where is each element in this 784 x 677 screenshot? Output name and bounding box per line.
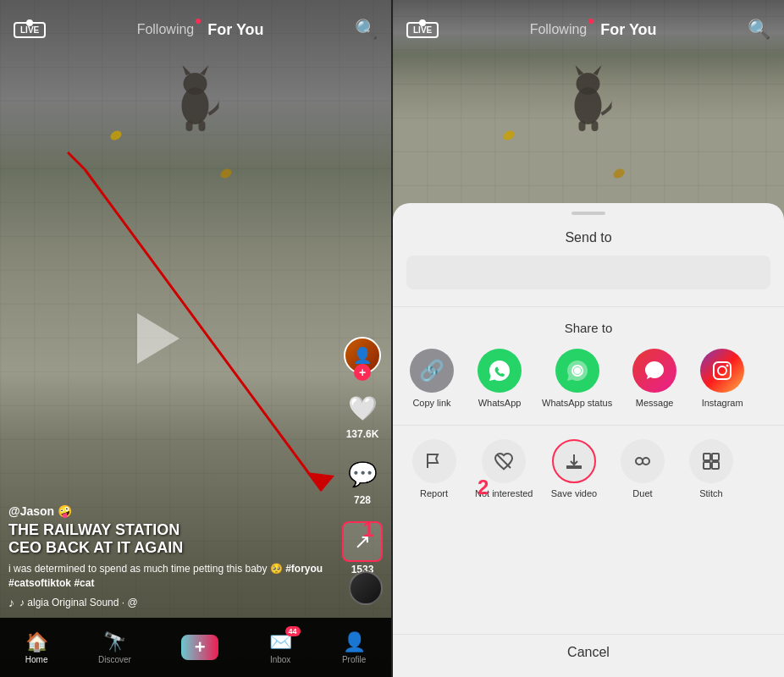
top-nav-left: LIVE Following For You 🔍 [0, 0, 391, 59]
search-icon-left[interactable]: 🔍 [355, 19, 378, 41]
svg-point-19 [726, 365, 729, 367]
svg-rect-25 [712, 454, 719, 460]
svg-point-23 [643, 458, 649, 465]
following-tab-left[interactable]: Following [137, 22, 195, 37]
cat-silhouette-right [566, 47, 612, 131]
home-label: Home [25, 655, 48, 664]
svg-rect-24 [704, 454, 710, 460]
username: @Jason 🤪 [8, 504, 340, 518]
action-report[interactable]: Report [406, 439, 461, 498]
copy-link-icon: 🔗 [410, 349, 454, 393]
whatsapp-icon [478, 349, 522, 393]
creator-avatar[interactable]: 👤 + [344, 337, 381, 374]
stitch-icon [689, 439, 733, 483]
action-duet[interactable]: Duet [615, 439, 670, 498]
following-dot-right [588, 19, 594, 24]
inbox-badge-count: 44 [285, 626, 301, 636]
bottom-sheet: Send to Share to 🔗 Copy link Whats [393, 203, 784, 677]
contact-search-area[interactable] [406, 256, 770, 289]
home-icon: 🏠 [25, 631, 48, 653]
like-button[interactable]: 🤍 137.6K [344, 389, 381, 440]
nav-discover[interactable]: 🔭 Discover [98, 631, 131, 664]
search-icon-right[interactable]: 🔍 [748, 19, 770, 41]
svg-rect-27 [712, 462, 719, 469]
profile-label: Profile [342, 655, 366, 664]
share-app-whatsapp-status[interactable]: WhatsApp status [542, 349, 612, 408]
share-app-whatsapp[interactable]: WhatsApp [474, 349, 525, 408]
create-plus-button[interactable]: + [181, 635, 218, 660]
profile-icon: 👤 [343, 631, 366, 653]
share-apps-row: 🔗 Copy link WhatsApp [406, 349, 770, 411]
share-app-copy-link[interactable]: 🔗 Copy link [406, 349, 457, 408]
comment-button[interactable]: 💬 728 [344, 455, 381, 506]
nav-tabs-left: Following For You [137, 21, 264, 39]
message-icon [632, 349, 676, 393]
nav-home[interactable]: 🏠 Home [25, 631, 48, 664]
svg-rect-4 [186, 121, 193, 131]
svg-point-10 [577, 73, 600, 95]
nav-profile[interactable]: 👤 Profile [342, 631, 366, 664]
svg-rect-13 [579, 121, 586, 131]
nav-tabs-right: Following For You [530, 21, 657, 39]
number-1-label: 1 [363, 518, 374, 542]
left-panel: LIVE Following For You 🔍 👤 + 🤍 137.6K 💬 … [0, 0, 391, 677]
svg-marker-2 [183, 65, 191, 75]
svg-rect-5 [199, 121, 206, 131]
play-button[interactable] [137, 313, 179, 364]
music-disk [349, 571, 383, 605]
whatsapp-label: WhatsApp [478, 398, 522, 408]
top-nav-right: LIVE Following For You 🔍 [393, 0, 784, 59]
inbox-label: Inbox [270, 655, 290, 664]
share-to-section: Share to 🔗 Copy link WhatsApp [393, 307, 784, 426]
cancel-button[interactable]: Cancel [567, 645, 610, 659]
nav-create[interactable]: + [181, 635, 218, 660]
live-badge-right: LIVE [406, 22, 439, 38]
svg-point-16 [574, 367, 581, 374]
follow-button[interactable]: + [354, 364, 371, 381]
comment-count: 728 [354, 494, 371, 506]
number-2-label: 2 [478, 476, 489, 499]
like-count: 137.6K [346, 428, 379, 440]
svg-rect-14 [592, 121, 599, 131]
send-to-title: Send to [406, 230, 770, 245]
discover-icon: 🔭 [103, 631, 126, 653]
report-icon [412, 439, 456, 483]
action-stitch[interactable]: Stitch [683, 439, 738, 498]
video-title: THE RAILWAY STATIONCEO BACK AT IT AGAIN [8, 521, 340, 557]
svg-rect-26 [704, 462, 710, 469]
bottom-nav: 🏠 Home 🔭 Discover + ✉️ 44 Inbox 👤 Profil… [0, 618, 391, 677]
svg-point-22 [636, 458, 643, 465]
send-to-section: Send to [393, 222, 784, 307]
share-to-title: Share to [406, 321, 770, 335]
share-app-instagram[interactable]: Instagram [697, 349, 748, 408]
duet-icon [621, 439, 665, 483]
for-you-tab-left[interactable]: For You [207, 21, 263, 39]
stitch-label: Stitch [699, 488, 723, 498]
nav-inbox[interactable]: ✉️ 44 Inbox [269, 631, 292, 664]
instagram-label: Instagram [702, 398, 743, 408]
live-badge-left: LIVE [14, 22, 46, 38]
comment-icon: 💬 [344, 455, 381, 493]
svg-marker-11 [576, 65, 584, 75]
share-app-message[interactable]: Message [629, 349, 680, 408]
save-video-label: Save video [551, 488, 597, 498]
video-caption: @Jason 🤪 THE RAILWAY STATIONCEO BACK AT … [8, 504, 340, 609]
svg-marker-12 [594, 65, 602, 75]
instagram-icon [700, 349, 744, 393]
audio-text: ♪ algia Original Sound · @ [19, 597, 138, 608]
message-label: Message [636, 398, 674, 408]
for-you-tab-right[interactable]: For You [600, 21, 656, 39]
duet-label: Duet [632, 488, 652, 498]
actions-row: Report Not interested [393, 426, 784, 512]
whatsapp-status-icon [555, 349, 599, 393]
heart-icon: 🤍 [344, 389, 381, 427]
whatsapp-status-label: WhatsApp status [542, 398, 612, 408]
following-dot-left [196, 19, 201, 24]
right-panel: LIVE Following For You 🔍 👤 Send to Share… [393, 0, 784, 677]
save-video-icon [552, 439, 596, 483]
action-save-video[interactable]: Save video [546, 439, 601, 498]
discover-label: Discover [98, 655, 131, 664]
report-label: Report [420, 488, 448, 498]
cat-silhouette-left [173, 47, 219, 131]
following-tab-right[interactable]: Following [530, 22, 588, 37]
